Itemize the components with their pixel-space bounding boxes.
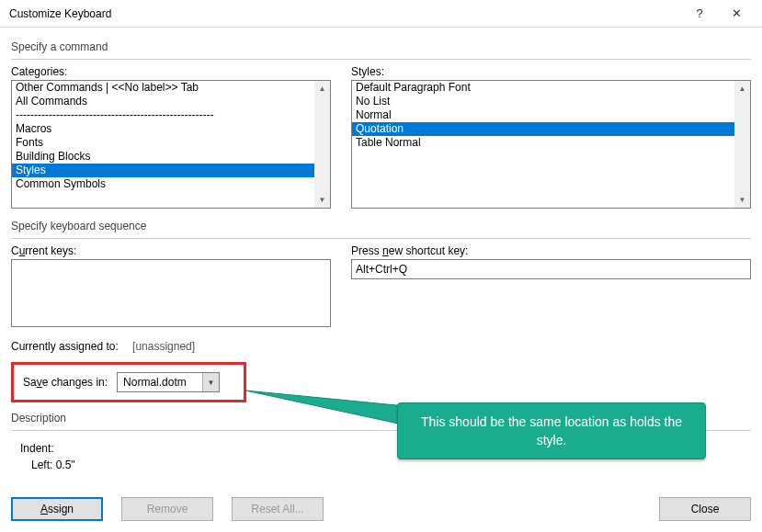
close-window-button[interactable]: ✕ [718, 1, 755, 27]
list-item[interactable]: Table Normal [352, 136, 750, 150]
scroll-track[interactable] [734, 96, 750, 192]
close-button[interactable]: Close [659, 497, 751, 521]
categories-label: Categories: [11, 65, 331, 78]
list-item[interactable]: Styles [12, 164, 330, 177]
scroll-up-icon[interactable]: ▲ [314, 81, 330, 96]
list-item[interactable]: Quotation [352, 122, 750, 136]
help-icon: ? [696, 6, 702, 20]
window-title: Customize Keyboard [9, 7, 681, 20]
chevron-down-icon[interactable]: ▼ [202, 373, 219, 391]
divider [11, 238, 751, 239]
scroll-down-icon[interactable]: ▼ [734, 192, 750, 208]
list-item[interactable]: Default Paragraph Font [352, 81, 750, 95]
current-keys-label: Current keys: [11, 244, 331, 257]
save-changes-highlight: Save changes in: Normal.dotm ▼ [11, 362, 246, 402]
section-specify-sequence: Specify keyboard sequence [11, 220, 751, 232]
list-item[interactable]: Common Symbols [12, 177, 330, 191]
scrollbar[interactable]: ▲ ▼ [314, 81, 330, 208]
shortcut-input[interactable] [351, 259, 751, 279]
list-item[interactable]: Fonts [12, 136, 330, 150]
styles-label: Styles: [351, 65, 751, 78]
styles-listbox[interactable]: Default Paragraph Font No List Normal Qu… [351, 80, 751, 209]
svg-marker-0 [245, 391, 415, 427]
titlebar: Customize Keyboard ? ✕ [0, 0, 762, 28]
callout-text: This should be the same location as hold… [416, 413, 687, 449]
assign-button[interactable]: Assign [11, 497, 103, 521]
list-item[interactable]: ----------------------------------------… [12, 108, 330, 122]
help-button[interactable]: ? [681, 1, 718, 27]
scroll-up-icon[interactable]: ▲ [734, 81, 750, 96]
close-icon: ✕ [732, 6, 742, 20]
list-item[interactable]: No List [352, 95, 750, 108]
press-new-label: Press new shortcut key: [351, 244, 751, 257]
list-item[interactable]: Normal [352, 108, 750, 122]
list-item[interactable]: Building Blocks [12, 150, 330, 164]
annotation-callout: This should be the same location as hold… [397, 402, 706, 459]
currently-assigned: Currently assigned to: [unassigned] [11, 340, 751, 353]
list-item[interactable]: Macros [12, 122, 330, 136]
scroll-track[interactable] [314, 96, 330, 192]
save-changes-combo[interactable]: Normal.dotm ▼ [117, 372, 220, 392]
assigned-value: [unassigned] [132, 340, 195, 353]
categories-listbox[interactable]: Other Commands | <<No label>> Tab All Co… [11, 80, 331, 209]
dialog-buttons: Assign Remove Reset All... Close [11, 497, 751, 521]
remove-button[interactable]: Remove [121, 497, 213, 521]
current-keys-listbox[interactable] [11, 259, 331, 327]
save-changes-value: Normal.dotm [118, 373, 202, 391]
scroll-down-icon[interactable]: ▼ [314, 192, 330, 208]
section-specify-command: Specify a command [11, 40, 751, 53]
divider [11, 59, 751, 60]
list-item[interactable]: Other Commands | <<No label>> Tab [12, 81, 330, 95]
list-item[interactable]: All Commands [12, 95, 330, 108]
scrollbar[interactable]: ▲ ▼ [734, 81, 750, 208]
save-changes-label: Save changes in: [23, 376, 108, 389]
reset-all-button[interactable]: Reset All... [232, 497, 324, 521]
